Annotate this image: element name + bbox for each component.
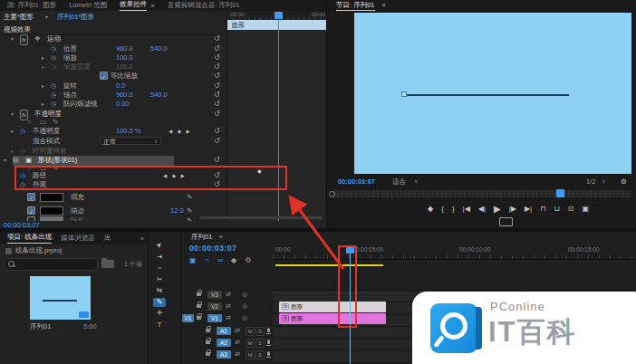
opacity-value[interactable]: 100.0 % xyxy=(116,127,141,136)
reset-icon[interactable]: ↺ xyxy=(214,100,220,109)
tab-overflow-icon[interactable]: » xyxy=(140,235,144,243)
tab-program-monitor[interactable]: 节目: 序列01 xyxy=(336,1,375,11)
reset-icon[interactable]: ↺ xyxy=(214,53,220,62)
sync-lock-icon[interactable]: ⇄ xyxy=(226,291,231,298)
reset-icon[interactable]: ↺ xyxy=(214,137,220,146)
ec-clip-bar[interactable]: 图形 xyxy=(227,20,326,30)
disclosure-icon[interactable]: ▸ xyxy=(11,127,14,136)
disclosure-icon[interactable]: ▾ xyxy=(11,34,14,43)
add-marker-icon[interactable]: ◆ xyxy=(231,256,236,264)
rect-mask-icon[interactable]: ▭ xyxy=(40,118,46,127)
solo-button[interactable]: S xyxy=(255,327,265,336)
program-scrub-bar[interactable] xyxy=(332,190,631,197)
mark-in-button[interactable]: { xyxy=(441,203,444,216)
tab-media-browser[interactable]: 媒体浏览器 xyxy=(61,234,95,243)
tab-audio-clip-mixer[interactable]: 音频剪辑混合器: 序列01 xyxy=(168,1,240,10)
go-to-out-button[interactable]: ▶| xyxy=(525,203,532,216)
fill-color-swatch[interactable] xyxy=(40,193,63,202)
step-back-button[interactable]: ◀| xyxy=(478,203,486,216)
linked-selection-icon[interactable]: ∞ xyxy=(217,256,223,264)
eye-icon[interactable]: ◎ xyxy=(242,314,247,321)
program-canvas[interactable] xyxy=(354,13,631,174)
solo-button[interactable]: S xyxy=(255,339,265,348)
reset-icon[interactable]: ↺ xyxy=(214,171,220,180)
stroke-checkbox[interactable]: ✓ xyxy=(27,206,35,215)
graphic-clip-v2[interactable]: fx图形 xyxy=(279,302,386,312)
program-playhead[interactable] xyxy=(556,189,564,197)
fill-checkbox[interactable]: ✓ xyxy=(27,193,35,201)
mute-button[interactable]: M xyxy=(246,339,255,348)
stopwatch-icon[interactable]: ◷ xyxy=(51,81,56,91)
program-timecode[interactable]: 00:00:03:07 xyxy=(338,177,375,186)
timeline-settings-wrench-icon[interactable]: ⚙ xyxy=(245,256,251,264)
lift-button[interactable]: ⊓ xyxy=(540,203,545,216)
track-name-v2[interactable]: V2 xyxy=(207,302,222,311)
uniform-scale-checkbox[interactable]: ✓ xyxy=(100,72,108,80)
mute-button[interactable]: M xyxy=(246,327,255,336)
stopwatch-icon[interactable]: ◷ xyxy=(51,100,56,109)
sequence-clip-label[interactable]: 序列01*图形 xyxy=(54,13,97,22)
sync-lock-icon[interactable]: ⇄ xyxy=(235,339,240,346)
chevron-down-icon[interactable]: ▾ xyxy=(45,13,48,22)
settings-wrench-icon[interactable]: ⚙ xyxy=(621,177,627,186)
eyedropper-icon[interactable]: ✎ xyxy=(187,193,192,202)
track-name-a2[interactable]: A2 xyxy=(217,339,231,347)
extract-button[interactable]: ⊔ xyxy=(554,203,559,216)
ec-row-fill[interactable]: ✓ 填充 ✎ xyxy=(0,191,226,203)
stopwatch-icon[interactable]: ◷ xyxy=(51,62,56,72)
ec-row-anchor[interactable]: ◷ 锚点 960.0 540.0 ↺ xyxy=(0,91,226,100)
ec-playhead-handle[interactable] xyxy=(275,12,283,19)
stroke-width-value[interactable]: 12.0 xyxy=(170,206,184,216)
keyframe-nav-icons[interactable]: ◀ ◆ ▶ xyxy=(163,171,187,180)
project-file-row[interactable]: 线条出现.prproj xyxy=(5,246,62,255)
scrub-zoom-handle[interactable] xyxy=(329,191,335,197)
mute-button[interactable]: M xyxy=(246,350,255,359)
stopwatch-icon[interactable]: ◷ xyxy=(20,171,25,180)
stopwatch-icon[interactable]: ◷ xyxy=(20,147,25,156)
lock-icon[interactable] xyxy=(206,352,210,356)
step-forward-button[interactable]: |▶ xyxy=(509,203,516,216)
graphic-clip-v1[interactable]: fx图形 xyxy=(279,313,386,324)
pen-mask-icon[interactable]: ✎ xyxy=(53,118,58,127)
reset-icon[interactable]: ↺ xyxy=(214,81,220,91)
tab-libraries[interactable]: 库 xyxy=(104,234,111,243)
eye-icon[interactable]: ◎ xyxy=(242,291,247,298)
ec-row-rotation[interactable]: ▸ ◷ 旋转 0.0 ↺ xyxy=(0,81,226,91)
sync-lock-icon[interactable]: ⇄ xyxy=(226,314,231,321)
chevron-down-icon[interactable]: ∨ xyxy=(602,177,606,185)
timeline-timecode[interactable]: 00:00:03:07 xyxy=(189,244,236,253)
reset-icon[interactable]: ↺ xyxy=(214,91,220,100)
razor-tool[interactable]: ✂ xyxy=(153,275,166,284)
hand-tool[interactable]: ✛ xyxy=(153,309,166,318)
track-select-forward-tool[interactable]: ⇥ xyxy=(153,253,166,262)
ripple-edit-tool[interactable]: ⇔ xyxy=(153,263,166,273)
lock-icon[interactable] xyxy=(206,340,210,344)
snap-magnet-icon[interactable]: ∩ xyxy=(205,256,210,264)
chevron-down-icon[interactable]: ∨ xyxy=(414,177,419,185)
ec-row-appearance[interactable]: ◷ 外观 ↺ xyxy=(0,180,226,189)
stopwatch-icon[interactable]: ◷ xyxy=(51,91,56,100)
panel-menu-icon[interactable]: ≡ xyxy=(382,1,386,9)
anchor-y-value[interactable]: 540.0 xyxy=(150,91,168,100)
path-keyframe-icon[interactable]: ◆ xyxy=(257,168,262,174)
add-marker-button[interactable]: ◆ xyxy=(428,203,433,216)
sequence-name[interactable]: 序列01 xyxy=(30,322,51,331)
export-frame-button[interactable]: ⊡ xyxy=(568,203,574,216)
position-x-value[interactable]: 960.0 xyxy=(116,44,133,53)
reset-icon[interactable]: ↺ xyxy=(214,44,220,53)
track-name-a3[interactable]: A3 xyxy=(217,350,231,359)
disclosure-icon[interactable]: ▸ xyxy=(42,81,44,91)
ec-row-position[interactable]: ◷ 位置 960.0 540.0 ↺ xyxy=(0,44,226,53)
mic-icon[interactable] xyxy=(267,351,270,356)
mic-icon[interactable] xyxy=(267,328,270,332)
mark-out-button[interactable]: } xyxy=(452,203,455,216)
eyedropper-icon[interactable]: ✎ xyxy=(187,206,192,216)
stroke-color-swatch[interactable] xyxy=(40,206,63,216)
ellipse-mask-icon[interactable]: ○ xyxy=(27,118,32,127)
position-y-value[interactable]: 540.0 xyxy=(150,44,168,53)
selection-tool[interactable]: ➤ xyxy=(152,238,168,254)
drawn-line-graphic[interactable] xyxy=(404,94,569,96)
timeline-tab[interactable]: 序列01 ≡ xyxy=(191,233,223,242)
master-clip-label[interactable]: 主要*图形 xyxy=(4,13,34,22)
compare-view-button[interactable]: ▣ xyxy=(582,203,589,216)
